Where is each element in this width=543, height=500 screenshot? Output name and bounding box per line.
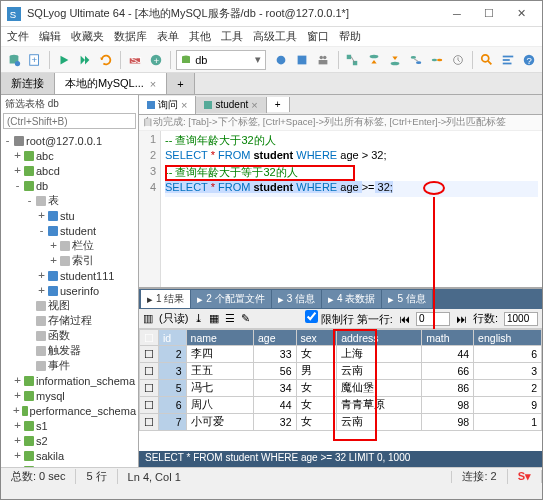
result-tab[interactable]: ▸1 结果 <box>141 290 190 308</box>
menu-表单[interactable]: 表单 <box>157 29 179 44</box>
select-all-checkbox[interactable]: ☐ <box>140 330 159 346</box>
export-icon[interactable] <box>364 49 382 71</box>
tree-node[interactable]: 视图 <box>1 298 138 313</box>
tree-node[interactable]: -db <box>1 178 138 193</box>
row-checkbox[interactable]: ☐ <box>140 363 159 380</box>
tree-node[interactable]: +stu <box>1 208 138 223</box>
row-checkbox[interactable]: ☐ <box>140 380 159 397</box>
menu-文件[interactable]: 文件 <box>7 29 29 44</box>
schedule-icon[interactable] <box>449 49 467 71</box>
export-result-icon[interactable]: ⤓ <box>194 312 203 325</box>
code-line[interactable]: SELECT * FROM student WHERE age >= 32; <box>165 181 538 197</box>
menu-收藏夹[interactable]: 收藏夹 <box>71 29 104 44</box>
plus-icon[interactable]: + <box>147 49 165 71</box>
code-line[interactable]: -- 查询年龄大于32的人 <box>165 133 538 149</box>
add-editor-tab[interactable]: + <box>267 97 290 112</box>
tool-a-icon[interactable] <box>272 49 290 71</box>
col-header[interactable]: address <box>337 330 422 346</box>
tree-node[interactable]: +information_schema <box>1 373 138 388</box>
tree-node[interactable]: +s2 <box>1 433 138 448</box>
conn-tab[interactable]: 本地的MySQL...× <box>55 73 167 94</box>
tree-node[interactable]: 触发器 <box>1 343 138 358</box>
col-header[interactable]: math <box>422 330 474 346</box>
close-tab-icon[interactable]: × <box>150 78 156 90</box>
tree-node[interactable]: +scott <box>1 463 138 467</box>
tree-node[interactable]: -root@127.0.0.1 <box>1 133 138 148</box>
tree-node[interactable]: +userinfo <box>1 283 138 298</box>
compare-icon[interactable] <box>428 49 446 71</box>
tree-node[interactable]: +s1 <box>1 418 138 433</box>
menu-窗口[interactable]: 窗口 <box>307 29 329 44</box>
tree-node[interactable]: +mysql <box>1 388 138 403</box>
users-icon[interactable] <box>314 49 332 71</box>
object-tree[interactable]: -root@127.0.0.1+abc+abcd-db-表+stu-studen… <box>1 131 138 467</box>
table-row[interactable]: ☐7小可爱32女云南981 <box>140 414 542 431</box>
tree-node[interactable]: +sakila <box>1 448 138 463</box>
menu-高级工具[interactable]: 高级工具 <box>253 29 297 44</box>
import-icon[interactable] <box>386 49 404 71</box>
table-row[interactable]: ☐5冯七34女魔仙堡862 <box>140 380 542 397</box>
col-header[interactable]: age <box>253 330 296 346</box>
maximize-button[interactable]: ☐ <box>474 4 504 24</box>
grid-nav-icon[interactable]: ▥ <box>143 312 153 325</box>
tool-b-icon[interactable] <box>293 49 311 71</box>
help-icon[interactable]: ? <box>520 49 538 71</box>
conn-tab[interactable]: 新连接 <box>1 73 55 94</box>
sja-icon[interactable]: SJA <box>126 49 144 71</box>
close-button[interactable]: ✕ <box>506 4 536 24</box>
close-tab-icon[interactable]: × <box>181 99 187 111</box>
result-tab[interactable]: ▸4 表数据 <box>322 290 381 308</box>
result-tab[interactable]: ▸3 信息 <box>272 290 321 308</box>
tree-node[interactable]: 事件 <box>1 358 138 373</box>
result-grid[interactable]: ☐idnameagesexaddressmathenglish☐2李四33女上海… <box>139 329 542 451</box>
limit-checkbox[interactable]: 限制行 第一行: <box>305 310 393 327</box>
tree-node[interactable]: +student111 <box>1 268 138 283</box>
refresh-icon[interactable] <box>97 49 115 71</box>
col-header[interactable]: id <box>159 330 187 346</box>
table-row[interactable]: ☐3王五56男云南663 <box>140 363 542 380</box>
menu-其他[interactable]: 其他 <box>189 29 211 44</box>
menu-数据库[interactable]: 数据库 <box>114 29 147 44</box>
nav-last-icon[interactable]: ⏭ <box>456 313 467 325</box>
row-checkbox[interactable]: ☐ <box>140 397 159 414</box>
minimize-button[interactable]: ─ <box>442 4 472 24</box>
col-header[interactable]: sex <box>296 330 337 346</box>
nav-first-icon[interactable]: ⏮ <box>399 313 410 325</box>
tree-node[interactable]: +索引 <box>1 253 138 268</box>
code-text[interactable]: -- 查询年龄大于32的人SELECT * FROM student WHERE… <box>161 131 542 287</box>
result-tab[interactable]: ▸2 个配置文件 <box>191 290 270 308</box>
editor-tab[interactable]: student× <box>196 97 266 113</box>
tree-node[interactable]: -表 <box>1 193 138 208</box>
editor-tab[interactable]: 询问× <box>139 96 196 114</box>
schema-icon[interactable] <box>343 49 361 71</box>
sync-icon[interactable] <box>407 49 425 71</box>
view-form-icon[interactable]: ☰ <box>225 312 235 325</box>
format-icon[interactable] <box>499 49 517 71</box>
tree-node[interactable]: +栏位 <box>1 238 138 253</box>
row-checkbox[interactable]: ☐ <box>140 414 159 431</box>
limit-start-input[interactable] <box>416 312 450 326</box>
search-icon[interactable] <box>478 49 496 71</box>
tree-node[interactable]: -student <box>1 223 138 238</box>
col-header[interactable]: name <box>186 330 253 346</box>
close-tab-icon[interactable]: × <box>251 99 257 111</box>
new-conn-icon[interactable] <box>5 49 23 71</box>
row-checkbox[interactable]: ☐ <box>140 346 159 363</box>
execute-icon[interactable] <box>55 49 73 71</box>
database-selector[interactable]: db ▾ <box>176 50 266 70</box>
new-query-icon[interactable]: + <box>26 49 44 71</box>
tree-node[interactable]: +abc <box>1 148 138 163</box>
sql-editor[interactable]: 1234 -- 查询年龄大于32的人SELECT * FROM student … <box>139 131 542 287</box>
result-tab[interactable]: ▸5 信息 <box>382 290 431 308</box>
code-line[interactable]: SELECT * FROM student WHERE age > 32; <box>165 149 538 165</box>
tree-node[interactable]: 存储过程 <box>1 313 138 328</box>
col-header[interactable]: english <box>474 330 542 346</box>
filter-input[interactable] <box>3 113 136 129</box>
view-grid-icon[interactable]: ▦ <box>209 312 219 325</box>
table-row[interactable]: ☐6周八44女青青草原989 <box>140 397 542 414</box>
menu-编辑[interactable]: 编辑 <box>39 29 61 44</box>
tree-node[interactable]: +abcd <box>1 163 138 178</box>
table-row[interactable]: ☐2李四33女上海446 <box>140 346 542 363</box>
view-text-icon[interactable]: ✎ <box>241 312 250 325</box>
tree-node[interactable]: 函数 <box>1 328 138 343</box>
